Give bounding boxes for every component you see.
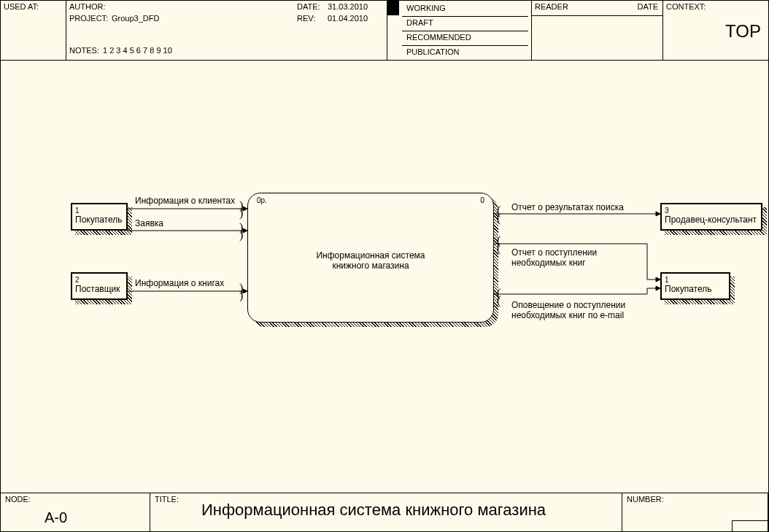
context-label: CONTEXT: bbox=[666, 2, 706, 11]
used-at-cell: USED AT: bbox=[1, 1, 66, 60]
used-at-label: USED AT: bbox=[4, 2, 39, 11]
entity-index: 3 bbox=[665, 207, 758, 215]
tunnel-icon: ) bbox=[239, 289, 243, 302]
date-value: 31.03.2010 bbox=[328, 2, 368, 11]
title-value: Информационная система книжного магазина bbox=[201, 501, 546, 520]
entity-label: Покупатель bbox=[665, 284, 726, 294]
arrow bbox=[494, 242, 660, 285]
arrow bbox=[128, 228, 247, 233]
entity-seller: 3 Продавец-консультант bbox=[660, 203, 762, 231]
flow-label: Информация о клиентах bbox=[135, 196, 235, 206]
tunnel-icon: ( bbox=[497, 242, 501, 255]
reader-date-label: DATE bbox=[637, 2, 658, 11]
process-label-2: книжного магазина bbox=[248, 261, 493, 271]
diagram-canvas: 1 Покупатель 2 Поставщик 0р. 0 Информаци… bbox=[0, 61, 769, 493]
flow-label: Заявка bbox=[135, 218, 163, 228]
tunnel-icon: ( bbox=[497, 294, 501, 307]
entity-index: 1 bbox=[665, 276, 726, 284]
arrow bbox=[128, 289, 247, 293]
node-cell: NODE: A-0 bbox=[1, 493, 150, 531]
flow-label: Информация о книгах bbox=[135, 278, 224, 288]
arrow bbox=[128, 207, 247, 211]
date-label: DATE: bbox=[297, 2, 320, 11]
notes-value: 1 2 3 4 5 6 7 8 9 10 bbox=[103, 46, 172, 55]
context-value: TOP bbox=[663, 21, 761, 42]
rev-value: 01.04.2010 bbox=[328, 14, 368, 23]
title-label: TITLE: bbox=[155, 495, 179, 504]
arrow bbox=[494, 283, 660, 298]
project-label: PROJECT: bbox=[69, 14, 108, 23]
node-value: A-0 bbox=[45, 509, 67, 526]
reader-cell: READER DATE bbox=[532, 1, 663, 60]
entity-supplier: 2 Поставщик bbox=[71, 272, 128, 300]
entity-label: Поставщик bbox=[75, 284, 123, 294]
status-cell: WORKING DRAFT RECOMMENDED PUBLICATION bbox=[399, 1, 532, 60]
entity-label: Продавец-консультант bbox=[665, 215, 758, 225]
notes-label: NOTES: bbox=[69, 46, 99, 55]
entity-index: 2 bbox=[75, 276, 123, 284]
status-recommended: RECOMMENDED bbox=[402, 31, 528, 46]
node-label: NODE: bbox=[5, 495, 31, 504]
process-box: 0р. 0 Информационная система книжного ма… bbox=[247, 193, 494, 323]
project-value: Group3_DFD bbox=[112, 14, 159, 23]
tunnel-icon: ) bbox=[239, 228, 243, 242]
header-bar: USED AT: AUTHOR: PROJECT: Group3_DFD DAT… bbox=[0, 0, 769, 61]
status-draft: DRAFT bbox=[402, 17, 528, 31]
reader-label: READER bbox=[535, 2, 568, 11]
entity-buyer-left: 1 Покупатель bbox=[71, 203, 128, 231]
title-cell: TITLE: Информационная система книжного м… bbox=[150, 493, 622, 531]
status-publication: PUBLICATION bbox=[402, 46, 528, 61]
status-marker bbox=[387, 1, 399, 15]
rev-label: REV: bbox=[297, 14, 315, 23]
entity-buyer-right: 1 Покупатель bbox=[660, 272, 730, 300]
context-cell: CONTEXT: TOP bbox=[663, 1, 769, 60]
number-label: NUMBER: bbox=[627, 495, 664, 504]
process-label-1: Информационная система bbox=[248, 250, 493, 261]
flow-label: Оповещение о поступлении необходимых кни… bbox=[511, 300, 625, 320]
author-cell: AUTHOR: PROJECT: Group3_DFD DATE: 31.03.… bbox=[66, 1, 387, 60]
number-cell: NUMBER: bbox=[622, 493, 768, 531]
status-working: WORKING bbox=[402, 2, 528, 17]
flow-label: Отчет о результатах поиска bbox=[511, 202, 624, 212]
tunnel-icon: ( bbox=[497, 212, 501, 225]
author-label: AUTHOR: bbox=[69, 2, 106, 11]
process-corner-left: 0р. bbox=[257, 196, 267, 204]
tunnel-icon: ) bbox=[239, 207, 243, 220]
entity-label: Покупатель bbox=[75, 215, 123, 225]
arrow bbox=[494, 212, 660, 216]
process-corner-right: 0 bbox=[480, 196, 484, 204]
footer-bar: NODE: A-0 TITLE: Информационная система … bbox=[0, 493, 769, 532]
entity-index: 1 bbox=[75, 207, 123, 215]
